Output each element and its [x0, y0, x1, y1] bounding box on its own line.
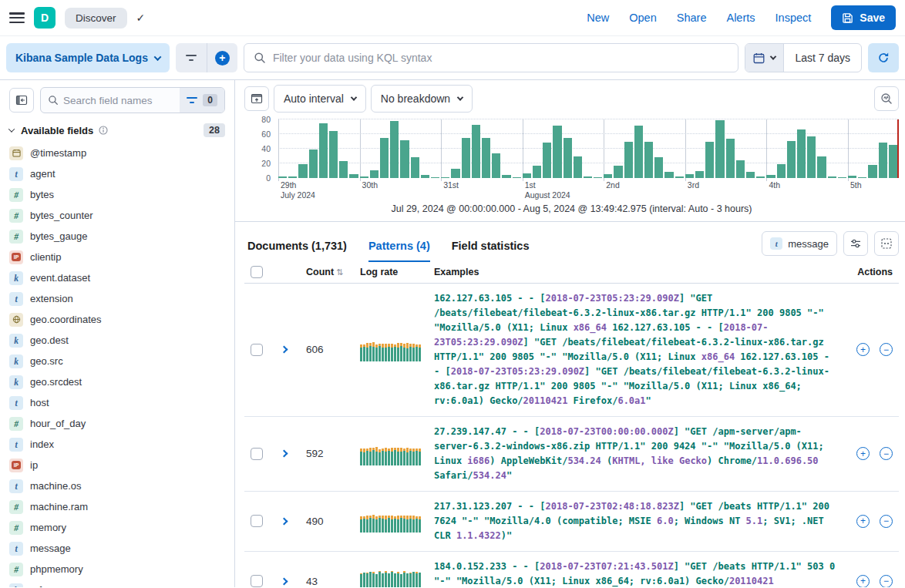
row-checkbox[interactable] [251, 448, 263, 460]
field-item-ip[interactable]: IPip [9, 455, 225, 475]
refresh-button[interactable] [868, 43, 899, 72]
filter-for-button[interactable]: + [856, 575, 870, 587]
field-item-geo.dest[interactable]: kgeo.dest [9, 330, 225, 351]
nav-inspect[interactable]: Inspect [775, 12, 812, 24]
expand-row-button[interactable] [271, 519, 297, 524]
field-item-agent[interactable]: tagent [9, 163, 225, 184]
kql-search-bar[interactable] [244, 43, 738, 72]
collapse-panel-icon [15, 94, 28, 106]
save-button[interactable]: Save [831, 5, 896, 30]
lens-magnifier-icon [880, 92, 893, 105]
tab-documents-1-731[interactable]: Documents (1,731) [247, 240, 347, 262]
filter-out-button[interactable]: − [880, 447, 893, 460]
field-name: memory [30, 522, 66, 533]
field-name: bytes_counter [30, 210, 93, 221]
available-fields-count: 28 [204, 123, 225, 137]
histogram-bar [451, 169, 459, 178]
text-field-icon: t [9, 396, 23, 410]
field-search-bar[interactable]: 0 [40, 87, 225, 113]
field-item-bytes[interactable]: #bytes [9, 184, 225, 205]
result-tabs: Documents (1,731)Patterns (4)Field stati… [244, 222, 899, 262]
day-separator [360, 119, 361, 181]
field-name: @timestamp [30, 147, 86, 159]
filter-for-button[interactable]: + [856, 343, 870, 356]
nav-alerts[interactable]: Alerts [726, 12, 755, 24]
available-fields-header[interactable]: Available fields 28 [9, 123, 225, 137]
field-item-message[interactable]: tmessage [9, 538, 225, 559]
chevron-right-icon [280, 346, 288, 354]
breadcrumb[interactable]: Discover [65, 8, 127, 29]
histogram-plot[interactable] [278, 119, 899, 178]
histogram-bar [329, 131, 338, 178]
field-name: geo.dest [30, 334, 69, 346]
expand-row-button[interactable] [271, 451, 297, 456]
filter-out-button[interactable]: − [880, 515, 893, 528]
histogram[interactable]: 020406080 29thJuly 202430th31st1stAugust… [244, 119, 899, 200]
hide-chart-button[interactable] [244, 86, 269, 111]
row-checkbox[interactable] [251, 575, 263, 587]
field-list: @timestamptagent#bytes#bytes_counter#byt… [9, 143, 225, 587]
field-item-@timestamp[interactable]: @timestamp [9, 143, 225, 163]
tab-field-statistics[interactable]: Field statistics [452, 240, 530, 262]
histogram-bar [889, 145, 897, 178]
chevron-down-icon [351, 94, 357, 100]
menu-icon[interactable] [9, 12, 25, 23]
field-name: agent [30, 168, 56, 180]
chevron-down-icon [770, 53, 776, 59]
field-item-bytes_gauge[interactable]: #bytes_gauge [9, 226, 225, 247]
pattern-field-button[interactable]: t message [762, 231, 837, 256]
select-all-checkbox[interactable] [251, 266, 263, 278]
time-range-button[interactable]: Last 7 days [784, 44, 861, 72]
collapse-sidebar-button[interactable] [9, 88, 34, 113]
filter-out-button[interactable]: − [880, 343, 893, 356]
x-axis-label: 1stAugust 2024 [525, 180, 570, 200]
fullscreen-button[interactable] [874, 231, 899, 256]
field-search-input[interactable] [63, 95, 180, 106]
field-filter-button[interactable]: 0 [180, 88, 224, 113]
histogram-bar [564, 138, 572, 178]
histogram-bar [492, 153, 500, 178]
edit-visualization-button[interactable] [874, 86, 899, 111]
row-checkbox[interactable] [251, 515, 263, 527]
day-separator [441, 119, 442, 181]
kql-search-input[interactable] [273, 52, 728, 64]
date-picker-calendar-button[interactable] [745, 44, 784, 72]
field-name: message [30, 543, 71, 554]
field-item-clientip[interactable]: IPclientip [9, 247, 225, 267]
field-item-bytes_counter[interactable]: #bytes_counter [9, 205, 225, 226]
nav-open[interactable]: Open [629, 12, 656, 24]
field-item-event.dataset[interactable]: kevent.dataset [9, 267, 225, 288]
field-item-machine.ram[interactable]: #machine.ram [9, 496, 225, 517]
row-height-button[interactable] [843, 231, 868, 256]
breakdown-select[interactable]: No breakdown [371, 85, 473, 113]
field-item-hour_of_day[interactable]: #hour_of_day [9, 413, 225, 434]
filter-out-button[interactable]: − [880, 575, 893, 587]
field-item-geo.srcdest[interactable]: kgeo.srcdest [9, 371, 225, 392]
field-item-geo.src[interactable]: kgeo.src [9, 351, 225, 371]
text-field-icon: t [770, 237, 782, 250]
column-count[interactable]: Count⇅ [297, 267, 360, 277]
field-item-geo.coordinates[interactable]: geo.coordinates [9, 309, 225, 330]
nav-share[interactable]: Share [677, 12, 707, 24]
expand-row-button[interactable] [271, 579, 297, 584]
field-item-phpmemory[interactable]: #phpmemory [9, 559, 225, 580]
filter-menu-button[interactable] [176, 43, 207, 72]
field-item-index[interactable]: tindex [9, 434, 225, 455]
interval-select[interactable]: Auto interval [274, 85, 366, 113]
field-item-machine.os[interactable]: tmachine.os [9, 475, 225, 496]
field-item-referer[interactable]: kreferer [9, 580, 225, 587]
add-filter-button[interactable]: + [207, 43, 237, 72]
histogram-bar [543, 143, 551, 178]
nav-new[interactable]: New [587, 12, 609, 24]
tab-patterns-4[interactable]: Patterns (4) [368, 240, 430, 262]
data-view-selector[interactable]: Kibana Sample Data Logs [6, 43, 170, 72]
row-checkbox[interactable] [251, 344, 263, 356]
ip-field-icon: IP [9, 459, 23, 472]
expand-row-button[interactable] [271, 347, 297, 352]
filter-for-button[interactable]: + [856, 515, 870, 528]
day-separator [604, 119, 604, 181]
field-item-host[interactable]: thost [9, 392, 225, 413]
field-item-memory[interactable]: #memory [9, 517, 225, 538]
field-item-extension[interactable]: textension [9, 288, 225, 309]
filter-for-button[interactable]: + [856, 447, 870, 460]
